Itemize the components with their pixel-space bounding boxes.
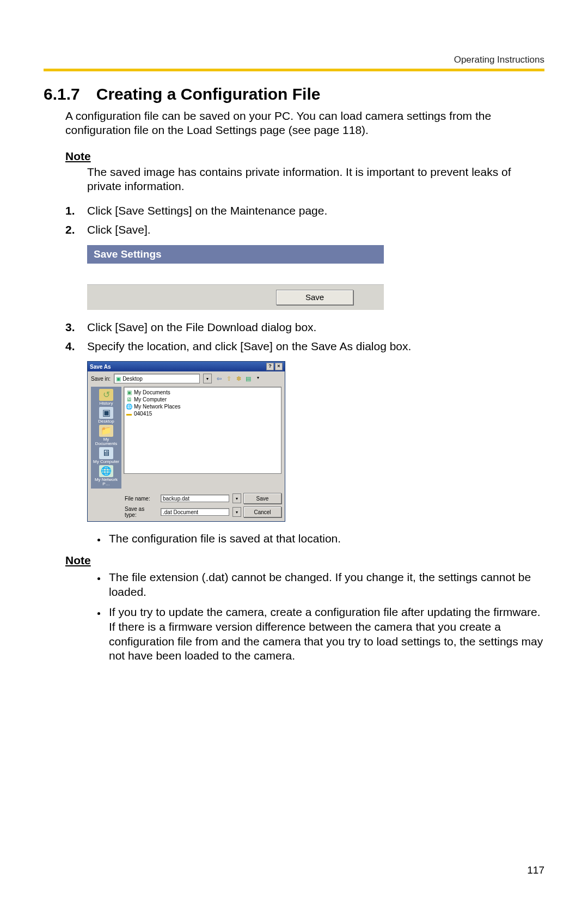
header-rule xyxy=(44,69,544,71)
views-icon[interactable]: ▤ xyxy=(244,375,252,382)
step-1: 1. Click [Save Settings] on the Maintena… xyxy=(65,203,544,218)
place-label: Desktop xyxy=(93,419,119,424)
save-in-label: Save in: xyxy=(91,376,111,382)
mycomp-icon: 🖥 xyxy=(99,447,113,459)
save-type-label: Save as type: xyxy=(125,506,157,518)
desktop-icon: ▣ xyxy=(99,407,113,419)
running-header: Operating Instructions xyxy=(44,54,544,65)
save-settings-title: Save Settings xyxy=(87,245,384,264)
step-number: 3. xyxy=(65,320,81,334)
place-mycomp[interactable]: 🖥 My Computer xyxy=(93,447,119,464)
step-number: 1. xyxy=(65,203,81,218)
result-bullets: The configuration file is saved at that … xyxy=(44,532,544,546)
save-type-input[interactable] xyxy=(161,508,229,516)
history-icon: ↺ xyxy=(99,389,113,401)
save-as-titlebar: Save As ? × xyxy=(88,362,285,371)
item-label: 040415 xyxy=(134,410,152,417)
intro-text: A configuration file can be saved on you… xyxy=(65,109,544,138)
places-bar: ↺ History ▣ Desktop 📁 My Documents 🖥 My … xyxy=(91,387,121,489)
mydocs-icon: 📁 xyxy=(99,425,113,437)
section-heading: 6.1.7 Creating a Configuration File xyxy=(44,85,544,103)
save-in-dropdown[interactable]: ▣ Desktop xyxy=(114,374,200,383)
place-label: History xyxy=(93,401,119,406)
file-name-label: File name: xyxy=(125,496,157,502)
page-number: 117 xyxy=(527,864,544,876)
page-content: Operating Instructions 6.1.7 Creating a … xyxy=(0,0,588,663)
bullet-item: The file extension (.dat) cannot be chan… xyxy=(107,570,544,600)
place-label: My Computer xyxy=(93,460,119,464)
file-list[interactable]: ▣My Documents 🖥My Computer 🌐My Network P… xyxy=(124,387,281,474)
save-settings-body xyxy=(87,264,384,285)
list-item[interactable]: 🖥My Computer xyxy=(126,396,279,403)
network-icon: 🌐 xyxy=(126,404,132,410)
save-in-value: Desktop xyxy=(122,376,143,382)
note-label-2: Note xyxy=(65,554,544,567)
item-label: My Computer xyxy=(134,396,167,403)
computer-icon: 🖥 xyxy=(126,396,132,402)
step-text: Click [Save Settings] on the Maintenance… xyxy=(87,203,327,218)
save-settings-panel: Save Settings Save xyxy=(87,245,384,310)
section-title: Creating a Configuration File xyxy=(96,85,321,103)
item-label: My Documents xyxy=(134,389,170,396)
list-item[interactable]: ▣My Documents xyxy=(126,389,279,396)
bullet-item: If you try to update the camera, create … xyxy=(107,605,544,664)
figure-save-settings: Save Settings Save xyxy=(87,245,544,310)
step-3: 3. Click [Save] on the File Download dia… xyxy=(65,320,544,334)
note2-bullets: The file extension (.dat) cannot be chan… xyxy=(44,570,544,663)
file-name-input[interactable] xyxy=(161,495,229,502)
folder-icon: ▬ xyxy=(126,411,132,417)
window-buttons: ? × xyxy=(266,363,283,370)
save-button[interactable]: Save xyxy=(276,290,353,305)
step-text: Click [Save]. xyxy=(87,222,151,237)
save-settings-footer: Save xyxy=(87,285,384,310)
save-as-title-text: Save As xyxy=(90,364,111,370)
step-number: 4. xyxy=(65,339,81,353)
item-label: My Network Places xyxy=(134,403,181,410)
step-text: Specify the location, and click [Save] o… xyxy=(87,339,411,353)
file-name-dropdown[interactable]: ▾ xyxy=(232,493,241,503)
place-network[interactable]: 🌐 My Network P… xyxy=(93,465,119,486)
list-item[interactable]: 🌐My Network Places xyxy=(126,403,279,410)
new-folder-icon[interactable]: ✽ xyxy=(235,375,242,382)
place-label: My Documents xyxy=(93,437,119,446)
dropdown-button[interactable]: ▾ xyxy=(203,374,212,383)
save-as-toolbar: Save in: ▣ Desktop ▾ ⇦ ⇧ ✽ ▤▾ xyxy=(88,371,285,383)
network-icon: 🌐 xyxy=(99,465,113,477)
note-label-1: Note xyxy=(65,150,544,163)
place-mydocs[interactable]: 📁 My Documents xyxy=(93,425,119,446)
dialog-save-button[interactable]: Save xyxy=(243,493,281,504)
save-as-footer: File name: ▾ Save Save as type: ▾ Cancel xyxy=(88,492,285,521)
toolbar-icons: ⇦ ⇧ ✽ ▤▾ xyxy=(215,375,262,382)
help-button[interactable]: ? xyxy=(266,363,274,370)
bullet-item: The configuration file is saved at that … xyxy=(107,532,544,546)
place-label: My Network P… xyxy=(93,478,119,486)
place-desktop[interactable]: ▣ Desktop xyxy=(93,407,119,424)
up-icon[interactable]: ⇧ xyxy=(225,375,232,382)
folder-icon: ▣ xyxy=(126,389,132,395)
views-drop-icon[interactable]: ▾ xyxy=(254,375,262,382)
step-text: Click [Save] on the File Download dialog… xyxy=(87,320,316,334)
save-type-dropdown[interactable]: ▾ xyxy=(232,507,241,517)
step-2: 2. Click [Save]. xyxy=(65,222,544,237)
list-item[interactable]: ▬040415 xyxy=(126,410,279,417)
save-as-body: ↺ History ▣ Desktop 📁 My Documents 🖥 My … xyxy=(88,383,285,492)
step-number: 2. xyxy=(65,222,81,237)
desktop-icon: ▣ xyxy=(116,376,121,382)
place-history[interactable]: ↺ History xyxy=(93,389,119,406)
section-number: 6.1.7 xyxy=(44,85,80,103)
steps-list: 1. Click [Save Settings] on the Maintena… xyxy=(65,203,544,237)
dialog-cancel-button[interactable]: Cancel xyxy=(243,507,281,517)
save-as-dialog: Save As ? × Save in: ▣ Desktop ▾ ⇦ ⇧ ✽ ▤… xyxy=(87,361,285,522)
back-icon[interactable]: ⇦ xyxy=(215,375,223,382)
note-body-1: The saved image has contains private inf… xyxy=(87,165,544,194)
close-button[interactable]: × xyxy=(275,363,283,370)
step-4: 4. Specify the location, and click [Save… xyxy=(65,339,544,353)
steps-list-cont: 3. Click [Save] on the File Download dia… xyxy=(65,320,544,354)
figure-save-as: Save As ? × Save in: ▣ Desktop ▾ ⇦ ⇧ ✽ ▤… xyxy=(87,361,544,522)
